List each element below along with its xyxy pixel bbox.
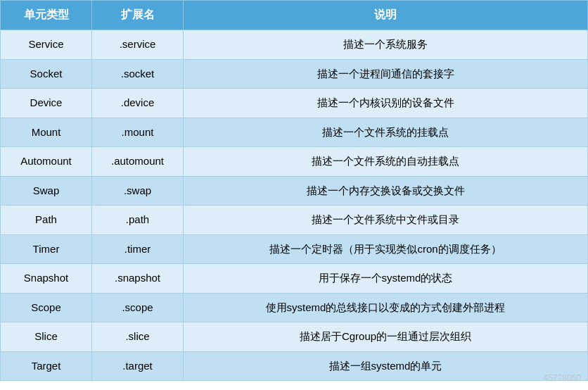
cell-ext: .path	[92, 206, 184, 235]
cell-type: Target	[1, 351, 92, 381]
col-header-ext: 扩展名	[92, 1, 184, 30]
unit-type-table: 单元类型 扩展名 说明 Service.service描述一个系统服务Socke…	[0, 0, 588, 381]
cell-type: Mount	[1, 118, 92, 147]
cell-ext: .service	[92, 30, 184, 60]
cell-desc: 描述居于Cgroup的一组通过层次组织	[184, 322, 588, 352]
cell-ext: .timer	[92, 234, 184, 264]
cell-ext: .mount	[92, 118, 184, 147]
cell-desc: 描述一个文件系统的自动挂载点	[184, 147, 588, 177]
cell-desc: 描述一个定时器（用于实现类似cron的调度任务）	[184, 234, 588, 264]
cell-type: Path	[1, 206, 92, 235]
cell-type: Automount	[1, 147, 92, 177]
cell-type: Service	[1, 30, 92, 60]
table-row: Automount.automount描述一个文件系统的自动挂载点	[1, 147, 588, 177]
cell-type: Device	[1, 89, 92, 118]
cell-type: Scope	[1, 293, 92, 322]
cell-type: Snapshot	[1, 264, 92, 294]
cell-desc: 用于保存一个systemd的状态	[184, 264, 588, 294]
cell-ext: .snapshot	[92, 264, 184, 294]
cell-type: Slice	[1, 322, 92, 352]
cell-type: Swap	[1, 176, 92, 206]
table-row: Target.target描述一组systemd的单元	[1, 351, 588, 381]
cell-ext: .swap	[92, 176, 184, 206]
cell-desc: 描述一个系统服务	[184, 30, 588, 60]
col-header-type: 单元类型	[1, 1, 92, 30]
cell-ext: .device	[92, 89, 184, 118]
cell-ext: .target	[92, 351, 184, 381]
cell-desc: 描述一个进程间通信的套接字	[184, 59, 588, 89]
table-row: Slice.slice描述居于Cgroup的一组通过层次组织	[1, 322, 588, 352]
table-row: Device.device描述一个内核识别的设备文件	[1, 89, 588, 118]
cell-desc: 使用systemd的总线接口以变成的方式创建外部进程	[184, 293, 588, 322]
table-row: Swap.swap描述一个内存交换设备或交换文件	[1, 176, 588, 206]
table-row: Snapshot.snapshot用于保存一个systemd的状态	[1, 264, 588, 294]
table-row: Scope.scope使用systemd的总线接口以变成的方式创建外部进程	[1, 293, 588, 322]
cell-type: Timer	[1, 234, 92, 264]
cell-desc: 描述一个文件系统的挂载点	[184, 118, 588, 147]
cell-desc: 描述一个内存交换设备或交换文件	[184, 176, 588, 206]
table-row: Path.path描述一个文件系统中文件或目录	[1, 206, 588, 235]
cell-ext: .slice	[92, 322, 184, 352]
col-header-desc: 说明	[184, 1, 588, 30]
table-row: Timer.timer描述一个定时器（用于实现类似cron的调度任务）	[1, 234, 588, 264]
table-row: Mount.mount描述一个文件系统的挂载点	[1, 118, 588, 147]
cell-ext: .socket	[92, 59, 184, 89]
cell-desc: 描述一个内核识别的设备文件	[184, 89, 588, 118]
table-row: Service.service描述一个系统服务	[1, 30, 588, 60]
cell-ext: .scope	[92, 293, 184, 322]
cell-desc: 描述一组systemd的单元	[184, 351, 588, 381]
cell-desc: 描述一个文件系统中文件或目录	[184, 206, 588, 235]
table-row: Socket.socket描述一个进程间通信的套接字	[1, 59, 588, 89]
cell-ext: .automount	[92, 147, 184, 177]
table-header-row: 单元类型 扩展名 说明	[1, 1, 588, 30]
cell-type: Socket	[1, 59, 92, 89]
